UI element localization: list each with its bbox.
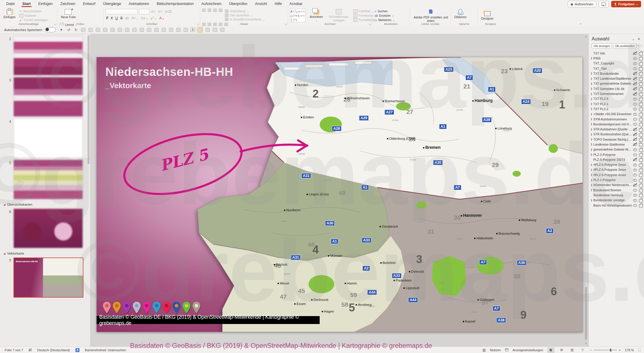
- expand-chevron-icon[interactable]: ❯: [590, 87, 593, 90]
- shape-effects-icon[interactable]: [124, 27, 130, 33]
- expand-chevron-icon[interactable]: ❯: [590, 72, 593, 75]
- zoom-slider[interactable]: − +: [590, 348, 621, 352]
- move-down-icon[interactable]: ˅: [640, 45, 643, 47]
- hidden-eye-icon[interactable]: [633, 82, 637, 85]
- align-top-icon[interactable]: [212, 27, 217, 33]
- expand-chevron-icon[interactable]: ❯: [590, 118, 593, 120]
- undo-icon[interactable]: ↺: [66, 27, 71, 33]
- visible-eye-icon[interactable]: [633, 107, 637, 110]
- selection-item[interactable]: ❯TXT Gemeindenamen: [589, 91, 644, 96]
- shape-glyph[interactable]: A: [291, 10, 293, 13]
- format-painter-icon[interactable]: [154, 27, 159, 33]
- new-slide-button[interactable]: Neue Folie⌄: [59, 9, 78, 22]
- slide-thumbnail-7[interactable]: Niedersachsen-HB-HH: [13, 257, 83, 298]
- map-pin-icon[interactable]: [122, 301, 131, 316]
- visible-eye-icon[interactable]: [633, 148, 637, 151]
- zoom-thumb[interactable]: [610, 349, 611, 352]
- strikethrough-button[interactable]: S: [119, 16, 124, 20]
- map-pin-icon[interactable]: [142, 301, 151, 316]
- expand-chevron-icon[interactable]: ❯: [590, 189, 593, 191]
- selection-item[interactable]: ❯STR Autobahnen [Quelle: BKG]: [589, 127, 644, 132]
- font-size-input[interactable]: [139, 9, 150, 14]
- adobe-pdf-button[interactable]: 🗎Adobe PDF erstellen und teilen: [412, 9, 450, 22]
- expand-chevron-icon[interactable]: ❯: [590, 123, 593, 125]
- anchor-icon[interactable]: [161, 27, 166, 33]
- numbered-list-icon[interactable]: [208, 9, 211, 12]
- shape-glyph[interactable]: {: [291, 18, 292, 21]
- unlocked-icon[interactable]: [639, 154, 643, 157]
- map-pin-icon[interactable]: [172, 301, 181, 316]
- selection-item[interactable]: ❯STR Bundesstraßen [Quelle: BKG]: [589, 132, 644, 137]
- redo-icon[interactable]: ↻: [73, 27, 78, 33]
- unlocked-icon[interactable]: [639, 62, 643, 66]
- unlocked-icon[interactable]: [639, 72, 643, 76]
- scroll-down-icon[interactable]: ˅: [584, 342, 588, 345]
- slide-thumbnail-3[interactable]: [13, 77, 83, 117]
- expand-chevron-icon[interactable]: ❯: [590, 163, 593, 166]
- selection-item[interactable]: ❯PLZ-2-Polygone: [589, 152, 644, 157]
- grow-font-button[interactable]: A˄: [150, 10, 156, 14]
- section-collapse-icon[interactable]: ◢: [4, 203, 5, 206]
- section-collapse-icon[interactable]: ◢: [4, 252, 5, 255]
- selection-item[interactable]: ❯Bundeslandgrenzen mit Hoheitsg...: [589, 122, 644, 127]
- tab-aufzeichnen[interactable]: Aufzeichnen: [198, 1, 225, 7]
- bullet-list-icon[interactable]: [202, 9, 206, 12]
- visible-eye-icon[interactable]: [633, 193, 637, 197]
- paste-button[interactable]: Einfügen⌄: [2, 9, 17, 22]
- visible-eye-icon[interactable]: [633, 57, 637, 60]
- expand-chevron-icon[interactable]: ❯: [590, 108, 593, 110]
- slide-thumbnail-2[interactable]: [13, 36, 83, 75]
- cut-icon[interactable]: [102, 27, 108, 33]
- visible-eye-icon[interactable]: [633, 122, 637, 126]
- selection-item[interactable]: Bundesland Hamburg: [589, 192, 644, 197]
- unlocked-icon[interactable]: [639, 179, 643, 182]
- save-icon[interactable]: ▼: [59, 27, 64, 33]
- shadow-button[interactable]: ab: [124, 16, 130, 20]
- italic-button[interactable]: K: [110, 16, 114, 20]
- replace-button[interactable]: abErsetzen ⌄: [375, 13, 395, 18]
- selection-item[interactable]: ❯Bundesländer sonstige: [589, 198, 644, 203]
- shape-glyph[interactable]: ▱: [300, 14, 302, 17]
- close-icon[interactable]: ✕: [636, 37, 642, 41]
- thumbnail-scrollbar[interactable]: [88, 35, 90, 164]
- hidden-eye-icon[interactable]: [633, 52, 637, 55]
- visible-eye-icon[interactable]: [633, 102, 637, 105]
- unlocked-icon[interactable]: [639, 83, 643, 86]
- indent-increase-icon[interactable]: [219, 9, 222, 12]
- unlocked-icon[interactable]: [639, 67, 643, 71]
- unlocked-icon[interactable]: [639, 199, 643, 202]
- char-spacing-button[interactable]: AV⌄: [130, 16, 139, 20]
- zoom-icon[interactable]: [168, 27, 174, 33]
- locked-icon[interactable]: [639, 143, 643, 146]
- find-button[interactable]: ⌕Suchen: [375, 9, 395, 13]
- expand-chevron-icon[interactable]: ❯: [590, 168, 593, 171]
- hidden-eye-icon[interactable]: [633, 72, 637, 75]
- selection-item[interactable]: ❯TXT Bundesländer: [589, 71, 644, 76]
- visible-eye-icon[interactable]: [633, 168, 637, 171]
- hide-all-button[interactable]: Alle ausblenden: [613, 43, 636, 48]
- show-all-button[interactable]: Alle anzeigen: [592, 43, 612, 48]
- selection-item[interactable]: ❯TOPO Gewässer flächig [Quelle: B...: [589, 137, 644, 142]
- shape-gallery[interactable]: A\╲▭○□△▽⇒⇓▱☆{}∿: [290, 9, 306, 22]
- expand-chevron-icon[interactable]: ❯: [590, 148, 593, 151]
- export-icon[interactable]: [183, 27, 188, 33]
- unlocked-icon[interactable]: [639, 93, 643, 96]
- unlocked-icon[interactable]: [639, 103, 643, 106]
- highlight-color-button[interactable]: 🖊⌄: [150, 16, 158, 20]
- map-pin-icon[interactable]: [132, 301, 141, 316]
- fill-color-icon[interactable]: [110, 27, 115, 33]
- copy-button[interactable]: Kopieren ⌄: [19, 13, 48, 18]
- scrollbar-thumb[interactable]: [585, 287, 587, 340]
- expand-chevron-icon[interactable]: ❯: [590, 184, 593, 186]
- unlocked-icon[interactable]: [639, 133, 643, 137]
- selection-item[interactable]: ❯#PLZ-5-Polygone 2xxxx: [589, 162, 644, 167]
- share-button[interactable]: ↥Freigeben⌄: [611, 1, 641, 7]
- hidden-eye-icon[interactable]: [633, 143, 637, 146]
- highlight-icon[interactable]: [146, 27, 152, 33]
- selection-item[interactable]: ❯TXT PLZ-1: [589, 101, 644, 106]
- expand-chevron-icon[interactable]: ❯: [590, 199, 593, 202]
- slideshow-icon[interactable]: ▽: [580, 348, 586, 352]
- hidden-eye-icon[interactable]: [633, 87, 637, 90]
- visible-eye-icon[interactable]: [633, 188, 637, 192]
- align-text-button[interactable]: Text ausrichten ⌄: [225, 13, 265, 17]
